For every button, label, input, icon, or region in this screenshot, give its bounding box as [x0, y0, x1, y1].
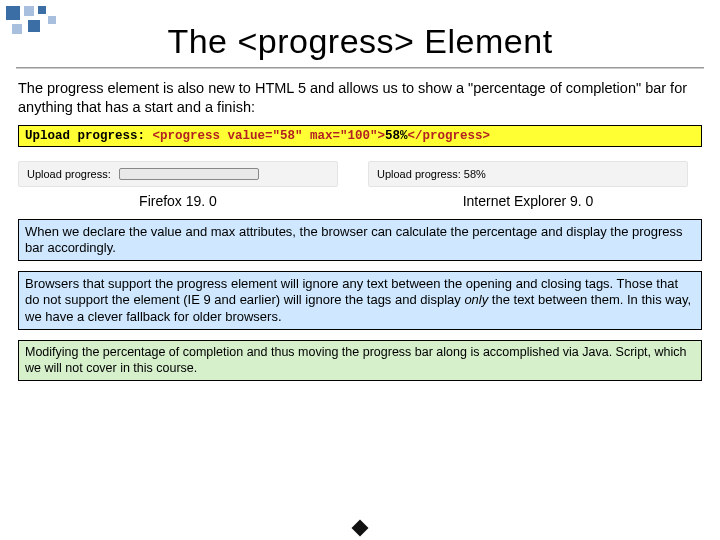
firefox-caption: Firefox 19. 0: [18, 193, 338, 209]
note-box-3: Modifying the percentage of completion a…: [18, 340, 702, 381]
note-box-1: When we declare the value and max attrib…: [18, 219, 702, 262]
code-open-tag: <progress value="58" max="100">: [153, 129, 386, 143]
code-lead: Upload progress:: [25, 129, 153, 143]
code-close-tag: </progress>: [408, 129, 491, 143]
ie-label: Upload progress: 58%: [377, 168, 486, 180]
slide-content: The progress element is also new to HTML…: [0, 69, 720, 381]
note-2-em: only: [464, 292, 488, 307]
diamond-icon: [352, 520, 369, 537]
ie-caption: Internet Explorer 9. 0: [368, 193, 688, 209]
progress-bar: [119, 168, 259, 180]
note-box-2: Browsers that support the progress eleme…: [18, 271, 702, 330]
corner-decoration: [6, 6, 126, 42]
code-inner-text: 58%: [385, 129, 408, 143]
ie-cell: Upload progress: 58% Internet Explorer 9…: [368, 161, 688, 209]
code-example: Upload progress: <progress value="58" ma…: [18, 125, 702, 147]
firefox-cell: Upload progress: Firefox 19. 0: [18, 161, 338, 209]
ie-screenshot: Upload progress: 58%: [368, 161, 688, 187]
screenshot-row: Upload progress: Firefox 19. 0 Upload pr…: [18, 161, 702, 209]
intro-text: The progress element is also new to HTML…: [18, 79, 702, 117]
firefox-label: Upload progress:: [27, 168, 111, 180]
firefox-screenshot: Upload progress:: [18, 161, 338, 187]
